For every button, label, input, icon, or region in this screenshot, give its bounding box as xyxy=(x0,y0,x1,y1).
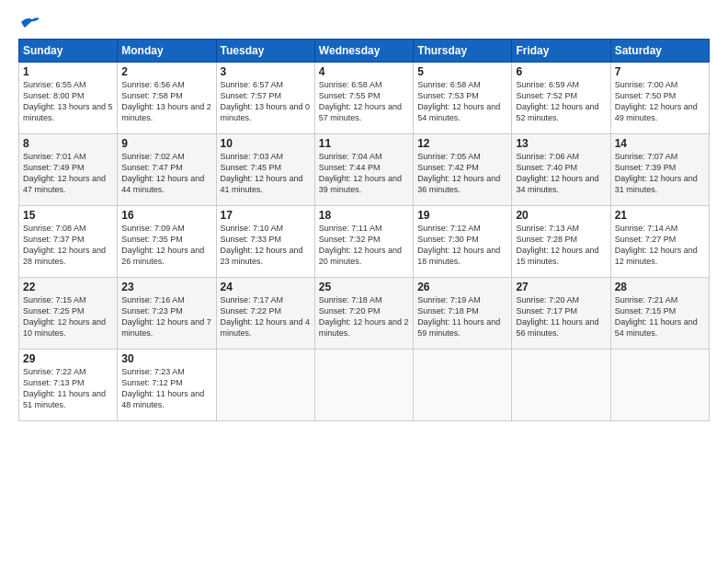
calendar-cell: 5Sunrise: 6:58 AMSunset: 7:53 PMDaylight… xyxy=(414,63,512,134)
weekday-header-tuesday: Tuesday xyxy=(216,40,314,63)
calendar-cell: 24Sunrise: 7:17 AMSunset: 7:22 PMDayligh… xyxy=(216,278,314,350)
calendar-cell: 28Sunrise: 7:21 AMSunset: 7:15 PMDayligh… xyxy=(610,278,709,350)
calendar-cell: 22Sunrise: 7:15 AMSunset: 7:25 PMDayligh… xyxy=(19,278,118,350)
calendar-cell: 1Sunrise: 6:55 AMSunset: 8:00 PMDaylight… xyxy=(19,63,118,134)
day-number: 21 xyxy=(615,209,705,222)
calendar-cell: 30Sunrise: 7:23 AMSunset: 7:12 PMDayligh… xyxy=(118,350,216,421)
weekday-header-sunday: Sunday xyxy=(19,40,118,63)
calendar-cell xyxy=(610,350,709,421)
week-row-2: 8Sunrise: 7:01 AMSunset: 7:49 PMDaylight… xyxy=(19,134,710,206)
day-number: 8 xyxy=(23,137,113,150)
day-number: 15 xyxy=(23,209,113,222)
week-row-5: 29Sunrise: 7:22 AMSunset: 7:13 PMDayligh… xyxy=(19,350,710,421)
calendar-cell xyxy=(314,350,413,421)
logo-bird-icon xyxy=(19,15,40,29)
calendar-cell: 8Sunrise: 7:01 AMSunset: 7:49 PMDaylight… xyxy=(19,134,118,206)
cell-content: Sunrise: 7:20 AMSunset: 7:17 PMDaylight:… xyxy=(516,294,606,339)
cell-content: Sunrise: 7:04 AMSunset: 7:44 PMDaylight:… xyxy=(319,151,409,196)
day-number: 17 xyxy=(221,209,311,222)
day-number: 23 xyxy=(121,281,211,293)
day-number: 30 xyxy=(121,352,211,365)
cell-content: Sunrise: 7:14 AMSunset: 7:27 PMDaylight:… xyxy=(615,223,705,268)
cell-content: Sunrise: 7:01 AMSunset: 7:49 PMDaylight:… xyxy=(23,151,113,196)
cell-content: Sunrise: 6:59 AMSunset: 7:52 PMDaylight:… xyxy=(516,79,606,124)
calendar-cell xyxy=(414,350,512,421)
cell-content: Sunrise: 6:55 AMSunset: 8:00 PMDaylight:… xyxy=(23,79,113,124)
cell-content: Sunrise: 7:03 AMSunset: 7:45 PMDaylight:… xyxy=(221,151,311,196)
cell-content: Sunrise: 6:58 AMSunset: 7:53 PMDaylight:… xyxy=(417,79,507,124)
day-number: 28 xyxy=(615,281,705,293)
cell-content: Sunrise: 7:07 AMSunset: 7:39 PMDaylight:… xyxy=(615,151,705,196)
calendar-cell: 26Sunrise: 7:19 AMSunset: 7:18 PMDayligh… xyxy=(414,278,512,350)
cell-content: Sunrise: 6:56 AMSunset: 7:58 PMDaylight:… xyxy=(121,79,211,124)
day-number: 4 xyxy=(319,65,409,78)
weekday-header-row: SundayMondayTuesdayWednesdayThursdayFrid… xyxy=(19,40,710,63)
calendar-cell: 3Sunrise: 6:57 AMSunset: 7:57 PMDaylight… xyxy=(216,63,314,134)
week-row-4: 22Sunrise: 7:15 AMSunset: 7:25 PMDayligh… xyxy=(19,278,710,350)
calendar-cell xyxy=(512,350,610,421)
calendar-cell: 13Sunrise: 7:06 AMSunset: 7:40 PMDayligh… xyxy=(512,134,610,206)
cell-content: Sunrise: 7:21 AMSunset: 7:15 PMDaylight:… xyxy=(615,294,705,339)
calendar-cell: 23Sunrise: 7:16 AMSunset: 7:23 PMDayligh… xyxy=(118,278,216,350)
day-number: 7 xyxy=(615,65,705,78)
calendar-cell: 20Sunrise: 7:13 AMSunset: 7:28 PMDayligh… xyxy=(512,206,610,278)
calendar-cell: 12Sunrise: 7:05 AMSunset: 7:42 PMDayligh… xyxy=(414,134,512,206)
cell-content: Sunrise: 7:10 AMSunset: 7:33 PMDaylight:… xyxy=(221,223,311,268)
cell-content: Sunrise: 7:22 AMSunset: 7:13 PMDaylight:… xyxy=(23,366,113,411)
day-number: 22 xyxy=(23,281,113,293)
calendar-cell: 6Sunrise: 6:59 AMSunset: 7:52 PMDaylight… xyxy=(512,63,610,134)
calendar-cell: 16Sunrise: 7:09 AMSunset: 7:35 PMDayligh… xyxy=(118,206,216,278)
calendar-cell xyxy=(216,350,314,421)
day-number: 12 xyxy=(417,137,507,150)
day-number: 5 xyxy=(417,65,507,78)
calendar-cell: 21Sunrise: 7:14 AMSunset: 7:27 PMDayligh… xyxy=(610,206,709,278)
cell-content: Sunrise: 7:06 AMSunset: 7:40 PMDaylight:… xyxy=(516,151,606,196)
day-number: 3 xyxy=(221,65,311,78)
day-number: 6 xyxy=(516,65,606,78)
calendar-cell: 25Sunrise: 7:18 AMSunset: 7:20 PMDayligh… xyxy=(314,278,413,350)
weekday-header-monday: Monday xyxy=(118,40,216,63)
weekday-header-wednesday: Wednesday xyxy=(314,40,413,63)
page: SundayMondayTuesdayWednesdayThursdayFrid… xyxy=(0,0,728,563)
cell-content: Sunrise: 6:58 AMSunset: 7:55 PMDaylight:… xyxy=(319,79,409,124)
weekday-header-thursday: Thursday xyxy=(414,40,512,63)
weekday-header-saturday: Saturday xyxy=(610,40,709,63)
cell-content: Sunrise: 7:23 AMSunset: 7:12 PMDaylight:… xyxy=(121,366,211,411)
calendar-cell: 9Sunrise: 7:02 AMSunset: 7:47 PMDaylight… xyxy=(118,134,216,206)
calendar-cell: 4Sunrise: 6:58 AMSunset: 7:55 PMDaylight… xyxy=(314,63,413,134)
day-number: 11 xyxy=(319,137,409,150)
cell-content: Sunrise: 7:11 AMSunset: 7:32 PMDaylight:… xyxy=(319,223,409,268)
calendar-cell: 2Sunrise: 6:56 AMSunset: 7:58 PMDaylight… xyxy=(118,63,216,134)
day-number: 27 xyxy=(516,281,606,293)
day-number: 1 xyxy=(23,65,113,78)
calendar-cell: 7Sunrise: 7:00 AMSunset: 7:50 PMDaylight… xyxy=(610,63,709,134)
calendar-cell: 11Sunrise: 7:04 AMSunset: 7:44 PMDayligh… xyxy=(314,134,413,206)
cell-content: Sunrise: 7:15 AMSunset: 7:25 PMDaylight:… xyxy=(23,294,113,339)
cell-content: Sunrise: 7:13 AMSunset: 7:28 PMDaylight:… xyxy=(516,223,606,268)
calendar-cell: 27Sunrise: 7:20 AMSunset: 7:17 PMDayligh… xyxy=(512,278,610,350)
cell-content: Sunrise: 7:16 AMSunset: 7:23 PMDaylight:… xyxy=(121,294,211,339)
day-number: 9 xyxy=(121,137,211,150)
cell-content: Sunrise: 7:17 AMSunset: 7:22 PMDaylight:… xyxy=(221,294,311,339)
day-number: 14 xyxy=(615,137,705,150)
day-number: 13 xyxy=(516,137,606,150)
day-number: 29 xyxy=(23,352,113,365)
cell-content: Sunrise: 7:02 AMSunset: 7:47 PMDaylight:… xyxy=(121,151,211,196)
header xyxy=(18,15,710,29)
calendar-cell: 14Sunrise: 7:07 AMSunset: 7:39 PMDayligh… xyxy=(610,134,709,206)
cell-content: Sunrise: 7:19 AMSunset: 7:18 PMDaylight:… xyxy=(417,294,507,339)
day-number: 10 xyxy=(221,137,311,150)
cell-content: Sunrise: 7:09 AMSunset: 7:35 PMDaylight:… xyxy=(121,223,211,268)
day-number: 26 xyxy=(417,281,507,293)
cell-content: Sunrise: 6:57 AMSunset: 7:57 PMDaylight:… xyxy=(221,79,311,124)
weekday-header-friday: Friday xyxy=(512,40,610,63)
calendar-cell: 29Sunrise: 7:22 AMSunset: 7:13 PMDayligh… xyxy=(19,350,118,421)
day-number: 20 xyxy=(516,209,606,222)
day-number: 18 xyxy=(319,209,409,222)
day-number: 24 xyxy=(221,281,311,293)
cell-content: Sunrise: 7:18 AMSunset: 7:20 PMDaylight:… xyxy=(319,294,409,339)
cell-content: Sunrise: 7:08 AMSunset: 7:37 PMDaylight:… xyxy=(23,223,113,268)
calendar-cell: 15Sunrise: 7:08 AMSunset: 7:37 PMDayligh… xyxy=(19,206,118,278)
logo xyxy=(18,15,40,29)
calendar-cell: 18Sunrise: 7:11 AMSunset: 7:32 PMDayligh… xyxy=(314,206,413,278)
